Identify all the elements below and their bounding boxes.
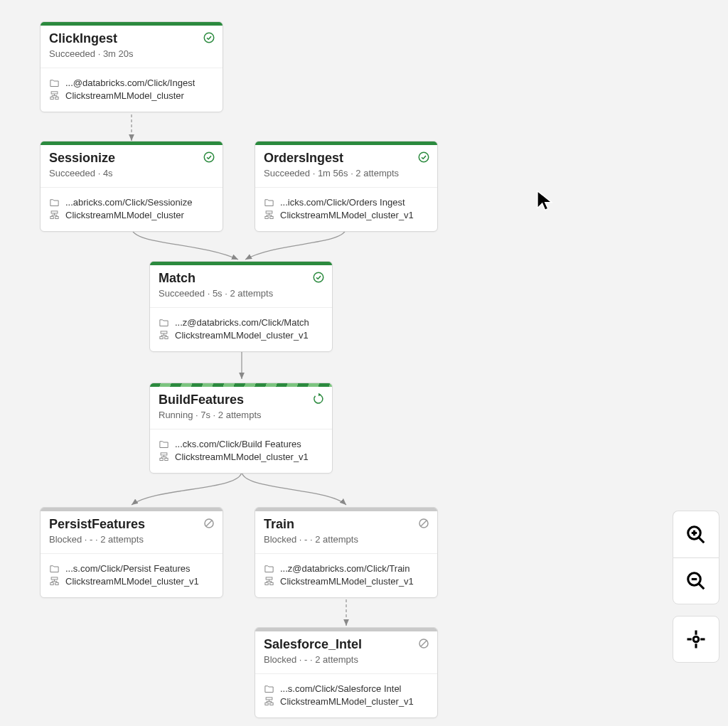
task-path: ...cks.com/Click/Build Features xyxy=(175,439,301,449)
task-path: ...s.com/Click/Salesforce Intel xyxy=(280,683,402,694)
task-path-row: ...icks.com/Click/Orders Ingest xyxy=(264,197,429,208)
task-title: Train xyxy=(264,517,429,533)
task-title: OrdersIngest xyxy=(264,151,429,166)
task-path-row: ...z@databricks.com/Click/Train xyxy=(264,563,429,574)
folder-icon xyxy=(159,317,169,328)
folder-icon xyxy=(159,439,169,449)
task-path: ...z@databricks.com/Click/Train xyxy=(280,563,410,574)
task-cluster-row: ClickstreamMLModel_cluster_v1 xyxy=(264,696,429,707)
task-title: ClickIngest xyxy=(49,31,214,47)
blocked-icon xyxy=(417,637,430,650)
folder-icon xyxy=(264,563,274,574)
task-title: Salesforce_Intel xyxy=(264,637,429,653)
crosshair-icon xyxy=(685,629,707,650)
task-cluster-row: ClickstreamMLModel_cluster_v1 xyxy=(159,452,323,462)
task-path: ...icks.com/Click/Orders Ingest xyxy=(280,197,405,208)
cluster-icon xyxy=(49,576,60,587)
task-title: Sessionize xyxy=(49,151,214,166)
task-path-row: ...s.com/Click/Salesforce Intel xyxy=(264,683,429,694)
zoom-out-button[interactable] xyxy=(673,557,719,604)
task-cluster-row: ClickstreamMLModel_cluster xyxy=(49,90,214,101)
task-path: ...abricks.com/Click/Sessionize xyxy=(65,197,192,208)
cluster-icon xyxy=(264,210,274,220)
task-title: PersistFeatures xyxy=(49,517,214,533)
task-cluster: ClickstreamMLModel_cluster xyxy=(65,210,184,220)
task-status-text: Blocked · - · 2 attempts xyxy=(49,534,214,545)
task-node-salesforce-intel[interactable]: Salesforce_Intel Blocked · - · 2 attempt… xyxy=(255,627,438,718)
task-status-text: Blocked · - · 2 attempts xyxy=(264,654,429,665)
graph-zoom-controls xyxy=(673,511,719,663)
task-cluster-row: ClickstreamMLModel_cluster_v1 xyxy=(264,210,429,220)
cluster-icon xyxy=(49,210,60,220)
task-status-text: Succeeded · 1m 56s · 2 attempts xyxy=(264,168,429,178)
folder-icon xyxy=(264,683,274,694)
task-cluster-row: ClickstreamMLModel_cluster_v1 xyxy=(159,330,323,341)
task-node-clickingest[interactable]: ClickIngest Succeeded · 3m 20s ...@datab… xyxy=(40,21,223,112)
task-cluster: ClickstreamMLModel_cluster_v1 xyxy=(175,330,309,341)
task-status-text: Succeeded · 3m 20s xyxy=(49,48,214,59)
task-cluster-row: ClickstreamMLModel_cluster_v1 xyxy=(49,576,214,587)
task-title: BuildFeatures xyxy=(159,393,323,408)
check-circle-icon xyxy=(417,151,430,164)
blocked-icon xyxy=(203,517,215,530)
task-cluster: ClickstreamMLModel_cluster_v1 xyxy=(65,576,199,587)
cluster-icon xyxy=(159,330,169,341)
task-status-text: Succeeded · 4s xyxy=(49,168,214,178)
refresh-icon xyxy=(312,393,325,405)
task-cluster: ClickstreamMLModel_cluster xyxy=(65,90,184,101)
task-path: ...s.com/Click/Persist Features xyxy=(65,563,191,574)
dag-canvas[interactable]: ClickIngest Succeeded · 3m 20s ...@datab… xyxy=(0,0,728,726)
task-path: ...@databricks.com/Click/Ingest xyxy=(65,78,195,88)
task-node-ordersingest[interactable]: OrdersIngest Succeeded · 1m 56s · 2 atte… xyxy=(255,141,438,232)
task-node-persistfeatures[interactable]: PersistFeatures Blocked · - · 2 attempts… xyxy=(40,507,223,598)
task-path-row: ...@databricks.com/Click/Ingest xyxy=(49,78,214,88)
center-graph-button[interactable] xyxy=(673,616,719,663)
task-cluster-row: ClickstreamMLModel_cluster xyxy=(49,210,214,220)
folder-icon xyxy=(49,563,60,574)
task-node-match[interactable]: Match Succeeded · 5s · 2 attempts ...z@d… xyxy=(149,261,333,352)
task-status-text: Succeeded · 5s · 2 attempts xyxy=(159,288,323,299)
cluster-icon xyxy=(264,576,274,587)
folder-icon xyxy=(49,197,60,208)
cursor-icon xyxy=(535,189,557,212)
task-status-text: Running · 7s · 2 attempts xyxy=(159,410,323,420)
task-node-buildfeatures[interactable]: BuildFeatures Running · 7s · 2 attempts … xyxy=(149,383,333,474)
task-node-train[interactable]: Train Blocked · - · 2 attempts ...z@data… xyxy=(255,507,438,598)
task-path-row: ...cks.com/Click/Build Features xyxy=(159,439,323,449)
task-path-row: ...z@databricks.com/Click/Match xyxy=(159,317,323,328)
check-circle-icon xyxy=(203,31,215,44)
zoom-in-icon xyxy=(685,524,707,545)
folder-icon xyxy=(264,197,274,208)
task-cluster-row: ClickstreamMLModel_cluster_v1 xyxy=(264,576,429,587)
zoom-in-button[interactable] xyxy=(673,511,719,557)
cluster-icon xyxy=(264,696,274,707)
cluster-icon xyxy=(159,452,169,462)
task-path-row: ...abricks.com/Click/Sessionize xyxy=(49,197,214,208)
task-cluster: ClickstreamMLModel_cluster_v1 xyxy=(280,696,414,707)
zoom-out-icon xyxy=(685,570,707,592)
task-title: Match xyxy=(159,271,323,287)
check-circle-icon xyxy=(312,271,325,284)
check-circle-icon xyxy=(203,151,215,164)
folder-icon xyxy=(49,78,60,88)
task-status-text: Blocked · - · 2 attempts xyxy=(264,534,429,545)
task-cluster: ClickstreamMLModel_cluster_v1 xyxy=(175,452,309,462)
task-path-row: ...s.com/Click/Persist Features xyxy=(49,563,214,574)
task-node-sessionize[interactable]: Sessionize Succeeded · 4s ...abricks.com… xyxy=(40,141,223,232)
task-cluster: ClickstreamMLModel_cluster_v1 xyxy=(280,576,414,587)
blocked-icon xyxy=(417,517,430,530)
task-cluster: ClickstreamMLModel_cluster_v1 xyxy=(280,210,414,220)
cluster-icon xyxy=(49,90,60,101)
task-path: ...z@databricks.com/Click/Match xyxy=(175,317,309,328)
